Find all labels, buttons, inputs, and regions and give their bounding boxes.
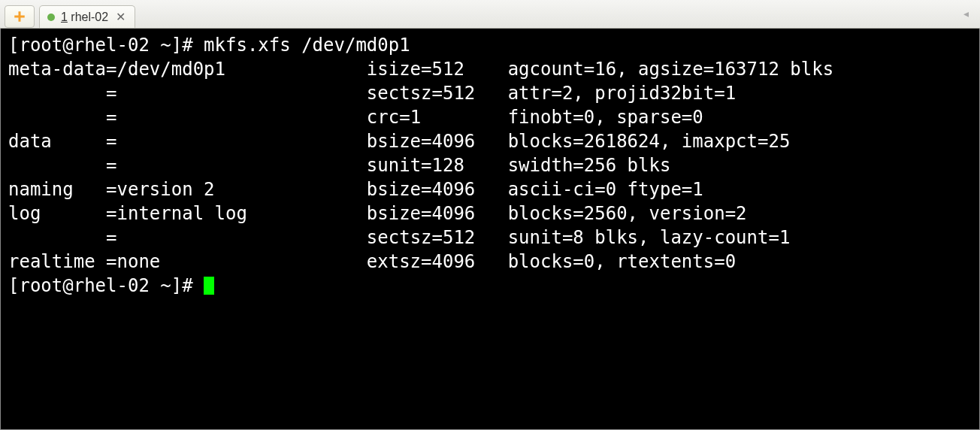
plus-icon [13, 10, 26, 23]
command-text: mkfs.xfs /dev/md0p1 [204, 35, 410, 56]
terminal-output[interactable]: [root@rhel-02 ~]# mkfs.xfs /dev/md0p1 me… [0, 29, 980, 430]
tab-rhel-02[interactable]: 1 rhel-02 ✕ [39, 5, 135, 28]
tab-title: 1 rhel-02 [61, 11, 108, 24]
cursor-icon [204, 277, 214, 295]
prompt-1: [root@rhel-02 ~]# [8, 35, 204, 56]
prompt-2: [root@rhel-02 ~]# [8, 275, 204, 296]
close-tab-button[interactable]: ✕ [114, 10, 127, 24]
svg-rect-1 [14, 16, 25, 18]
tab-bar: 1 rhel-02 ✕ ◂ [0, 0, 980, 29]
command-output: meta-data=/dev/md0p1 isize=512 agcount=1… [8, 59, 833, 272]
status-dot-icon [47, 14, 55, 21]
new-tab-button[interactable] [5, 5, 35, 28]
tab-scroll-left-button[interactable]: ◂ [956, 3, 975, 24]
